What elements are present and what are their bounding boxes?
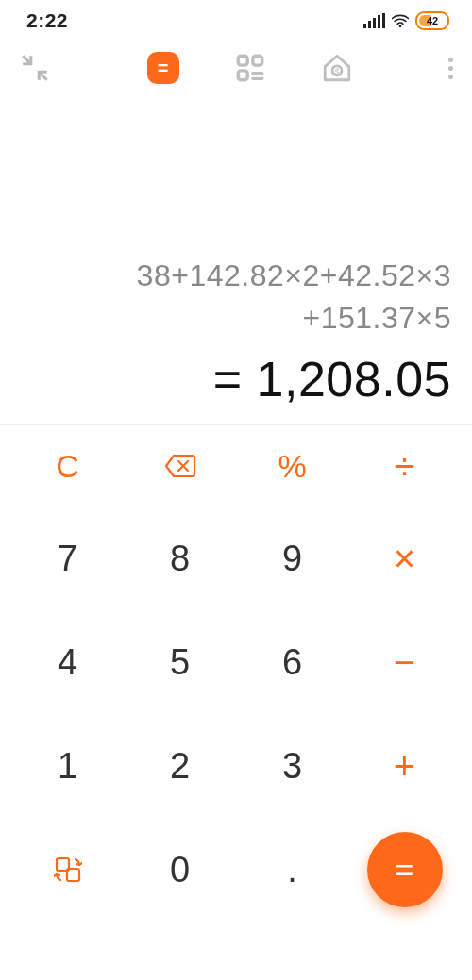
tab-converter[interactable] (234, 52, 266, 84)
percent-button[interactable]: % (236, 425, 348, 507)
digit-6-button[interactable]: 6 (236, 610, 348, 714)
digit-8-button[interactable]: 8 (124, 507, 236, 610)
status-time: 2:22 (26, 9, 68, 32)
collapse-icon[interactable] (19, 52, 51, 84)
calculation-display: 38+142.82×2+42.52×3 +151.37×5 = 1,208.05 (0, 94, 472, 424)
app-top-nav: = $ (0, 42, 472, 94)
battery-icon: 42 (415, 11, 449, 30)
keypad: C % ÷ 7 8 9 × 4 5 6 − 1 2 3 + (0, 425, 472, 935)
svg-rect-2 (252, 56, 261, 65)
svg-text:$: $ (334, 67, 339, 76)
equals-label: = (396, 852, 414, 889)
decimal-point-button[interactable]: . (236, 818, 348, 922)
digit-0-button[interactable]: 0 (124, 818, 236, 922)
expression-line-2: +151.37×5 (21, 297, 451, 340)
svg-point-0 (399, 25, 402, 28)
svg-rect-3 (238, 71, 247, 80)
multiply-button[interactable]: × (348, 507, 461, 610)
digit-3-button[interactable]: 3 (236, 714, 348, 818)
digit-2-button[interactable]: 2 (124, 714, 236, 818)
tab-calculator[interactable]: = (147, 52, 179, 84)
digit-1-button[interactable]: 1 (11, 714, 124, 818)
plus-button[interactable]: + (348, 714, 461, 818)
svg-rect-1 (238, 56, 247, 65)
backspace-button[interactable] (124, 425, 236, 507)
expression-line-1: 38+142.82×2+42.52×3 (21, 255, 451, 297)
unit-switch-button[interactable] (11, 818, 124, 922)
digit-7-button[interactable]: 7 (11, 507, 124, 610)
wifi-icon (391, 11, 410, 30)
digit-4-button[interactable]: 4 (11, 610, 124, 714)
tab-finance[interactable]: $ (321, 52, 353, 84)
status-bar: 2:22 42 (0, 0, 472, 42)
digit-9-button[interactable]: 9 (236, 507, 348, 610)
result-line: = 1,208.05 (21, 351, 451, 407)
digit-5-button[interactable]: 5 (124, 610, 236, 714)
clear-button[interactable]: C (11, 425, 124, 507)
overflow-menu-icon[interactable] (448, 52, 453, 84)
status-icons: 42 (363, 11, 449, 30)
equals-button[interactable]: = (348, 818, 461, 922)
minus-button[interactable]: − (348, 610, 461, 714)
battery-percent: 42 (427, 15, 438, 26)
divide-button[interactable]: ÷ (348, 425, 461, 507)
cellular-signal-icon (363, 13, 385, 28)
